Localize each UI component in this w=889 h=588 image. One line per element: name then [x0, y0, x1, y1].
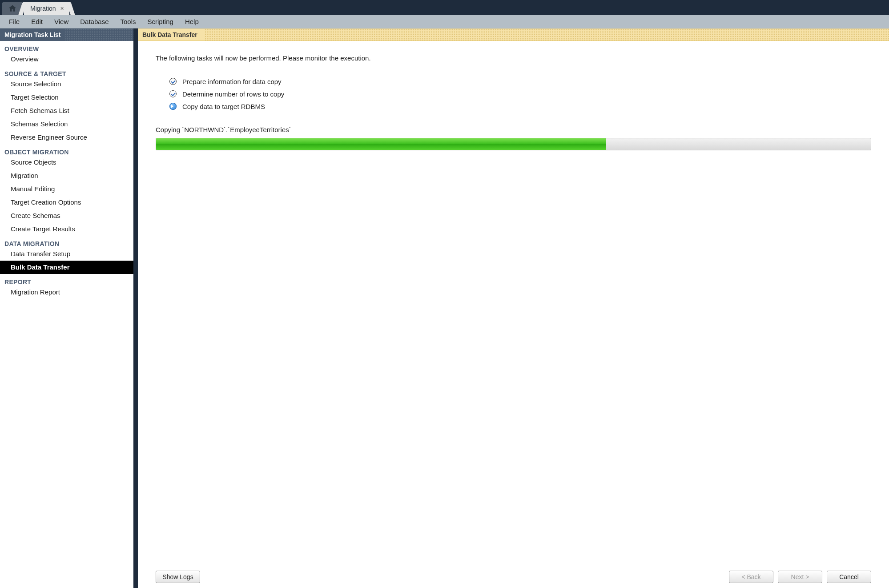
title-bar: Migration ×	[0, 0, 889, 15]
back-button[interactable]: < Back	[729, 571, 773, 583]
task-label: Copy data to target RDBMS	[182, 103, 265, 110]
main-header: Bulk Data Transfer	[138, 28, 889, 41]
sidebar-item[interactable]: Manual Editing	[0, 182, 133, 196]
task-list: Prepare information for data copyDetermi…	[169, 75, 871, 113]
sidebar-item[interactable]: Source Selection	[0, 77, 133, 91]
sidebar-item[interactable]: Fetch Schemas List	[0, 104, 133, 117]
sidebar-item[interactable]: Overview	[0, 52, 133, 66]
next-button[interactable]: Next >	[778, 571, 822, 583]
sidebar: Migration Task List OVERVIEWOverviewSOUR…	[0, 28, 133, 588]
sidebar-item[interactable]: Create Schemas	[0, 209, 133, 222]
sidebar-item[interactable]: Target Creation Options	[0, 196, 133, 209]
sidebar-item[interactable]: Reverse Engineer Source	[0, 131, 133, 144]
sidebar-item[interactable]: Data Transfer Setup	[0, 247, 133, 261]
progress-fill	[156, 138, 606, 150]
tab-title: Migration	[30, 5, 56, 12]
migration-tab[interactable]: Migration ×	[24, 2, 69, 15]
intro-text: The following tasks will now be performe…	[156, 54, 871, 62]
progress-bar	[156, 138, 871, 150]
workspace: Migration Task List OVERVIEWOverviewSOUR…	[0, 28, 889, 588]
main-header-title: Bulk Data Transfer	[142, 31, 197, 38]
show-logs-button[interactable]: Show Logs	[156, 571, 200, 583]
sidebar-item[interactable]: Target Selection	[0, 91, 133, 104]
task-row: Prepare information for data copy	[169, 75, 871, 88]
close-icon[interactable]: ×	[60, 5, 64, 12]
menu-item-help[interactable]: Help	[180, 15, 204, 28]
sidebar-item[interactable]: Migration	[0, 169, 133, 182]
sidebar-section-heading: SOURCE & TARGET	[0, 66, 133, 77]
sidebar-section-heading: REPORT	[0, 274, 133, 286]
main-body: The following tasks will now be performe…	[138, 41, 889, 566]
main-panel: Bulk Data Transfer The following tasks w…	[138, 28, 889, 588]
cancel-button[interactable]: Cancel	[827, 571, 871, 583]
menu-bar: FileEditViewDatabaseToolsScriptingHelp	[0, 15, 889, 28]
menu-item-edit[interactable]: Edit	[26, 15, 48, 28]
sidebar-section-heading: OBJECT MIGRATION	[0, 144, 133, 156]
menu-item-scripting[interactable]: Scripting	[142, 15, 179, 28]
footer: Show Logs < Back Next > Cancel	[138, 566, 889, 588]
sidebar-section-heading: OVERVIEW	[0, 41, 133, 52]
menu-item-database[interactable]: Database	[75, 15, 114, 28]
task-label: Prepare information for data copy	[182, 78, 282, 85]
menu-item-file[interactable]: File	[4, 15, 25, 28]
menu-item-tools[interactable]: Tools	[115, 15, 141, 28]
task-row: Copy data to target RDBMS	[169, 100, 871, 113]
task-label: Determine number of rows to copy	[182, 90, 284, 98]
menu-item-view[interactable]: View	[49, 15, 74, 28]
sidebar-item[interactable]: Bulk Data Transfer	[0, 261, 133, 274]
sidebar-item[interactable]: Schemas Selection	[0, 117, 133, 131]
sidebar-header: Migration Task List	[0, 28, 133, 41]
home-icon	[8, 4, 17, 13]
sidebar-item[interactable]: Migration Report	[0, 286, 133, 299]
status-text: Copying `NORTHWND`.`EmployeeTerritories`	[156, 126, 871, 133]
task-row: Determine number of rows to copy	[169, 88, 871, 100]
sidebar-item[interactable]: Create Target Results	[0, 222, 133, 236]
sidebar-section-heading: DATA MIGRATION	[0, 236, 133, 247]
sidebar-item[interactable]: Source Objects	[0, 156, 133, 169]
running-icon	[169, 102, 177, 110]
sidebar-body: OVERVIEWOverviewSOURCE & TARGETSource Se…	[0, 41, 133, 588]
sidebar-title: Migration Task List	[4, 31, 61, 38]
check-icon	[169, 90, 177, 98]
check-icon	[169, 77, 177, 85]
